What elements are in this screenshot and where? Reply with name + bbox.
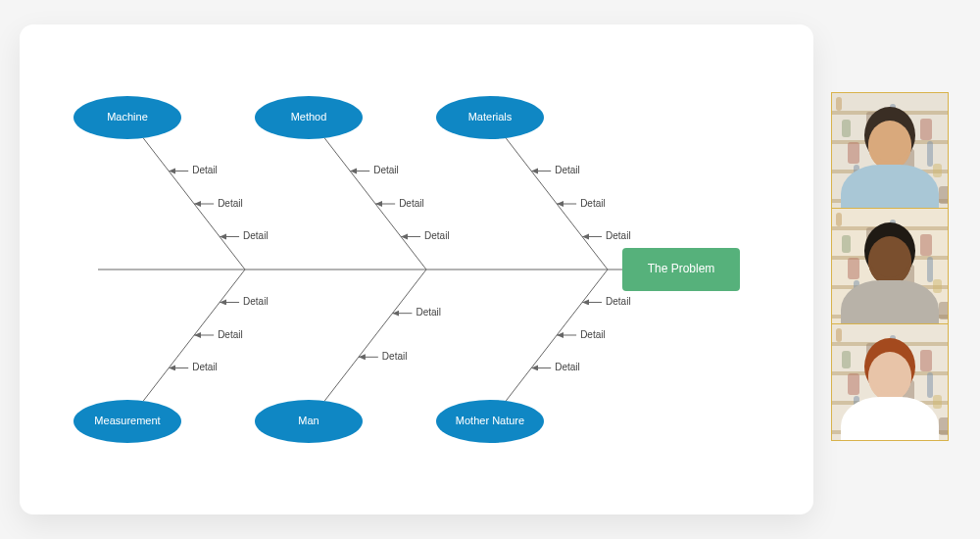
cause-label-man: Man bbox=[298, 415, 318, 426]
detail-label-man-1: Detail bbox=[416, 307, 441, 318]
avatar-torso bbox=[841, 280, 939, 324]
detail-label-mother-nature-0: Detail bbox=[555, 362, 580, 372]
cause-label-machine: Machine bbox=[107, 111, 148, 122]
fishbone-diagram: The ProblemDetailDetailDetailMachineDeta… bbox=[20, 24, 813, 514]
detail-label-measurement-0: Detail bbox=[192, 362, 218, 372]
outcome-label: The Problem bbox=[648, 262, 715, 275]
video-tile-p2[interactable] bbox=[832, 209, 948, 324]
cause-label-materials: Materials bbox=[468, 111, 513, 122]
cause-label-method: Method bbox=[291, 111, 327, 122]
video-call-panel bbox=[831, 92, 949, 441]
detail-label-method-2: Detail bbox=[424, 230, 450, 241]
detail-label-method-1: Detail bbox=[399, 198, 424, 209]
detail-label-mother-nature-2: Detail bbox=[606, 296, 631, 307]
detail-label-man-0: Detail bbox=[382, 351, 408, 362]
video-tile-p1[interactable] bbox=[832, 93, 948, 209]
diagram-canvas-card: The ProblemDetailDetailDetailMachineDeta… bbox=[20, 24, 813, 514]
avatar-head bbox=[868, 352, 911, 401]
detail-label-measurement-1: Detail bbox=[218, 329, 243, 340]
detail-label-materials-1: Detail bbox=[580, 198, 606, 209]
video-tile-p3[interactable] bbox=[832, 324, 948, 440]
detail-label-machine-1: Detail bbox=[218, 198, 243, 209]
avatar-head bbox=[868, 236, 911, 285]
detail-label-method-0: Detail bbox=[373, 165, 399, 175]
detail-label-materials-0: Detail bbox=[555, 165, 580, 175]
avatar-torso bbox=[841, 397, 939, 440]
cause-label-mother-nature: Mother Nature bbox=[456, 415, 524, 426]
bone-man bbox=[324, 270, 426, 401]
avatar-torso bbox=[841, 165, 939, 209]
detail-label-machine-0: Detail bbox=[192, 165, 218, 175]
avatar-head bbox=[868, 121, 911, 170]
detail-label-materials-2: Detail bbox=[606, 230, 631, 241]
cause-label-measurement: Measurement bbox=[94, 415, 160, 426]
detail-label-measurement-2: Detail bbox=[243, 296, 269, 307]
detail-label-machine-2: Detail bbox=[243, 230, 269, 241]
detail-label-mother-nature-1: Detail bbox=[580, 329, 606, 340]
